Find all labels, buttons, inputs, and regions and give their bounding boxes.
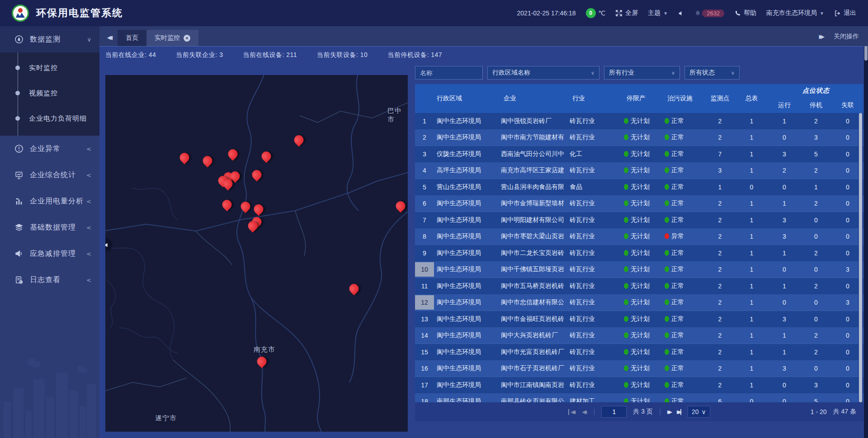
next-page-button[interactable]: ▶▶	[667, 409, 672, 415]
cell-region: 南部生态环境局	[434, 397, 501, 402]
table-row[interactable]: 13阆中生态环境局阆中市金福旺页岩机砖砖瓦行业无计划正常21300	[415, 311, 863, 328]
logout-button[interactable]: 退出	[834, 9, 856, 17]
cell-monitor-points: 3	[705, 167, 735, 174]
cell-region: 阆中生态环境局	[434, 364, 501, 372]
stats-board-icon	[14, 170, 24, 179]
sidebar-item-label: 基础数据管理	[30, 223, 86, 232]
table-row[interactable]: 4高坪生态环境局南充市高坪区王家店建砖瓦行业无计划正常31220	[415, 163, 863, 179]
cell-total-meters: 1	[735, 118, 769, 125]
cell-total-meters: 1	[735, 217, 769, 224]
fullscreen-button[interactable]: 全屏	[615, 9, 638, 17]
prev-page-button[interactable]: ◀◀	[582, 409, 587, 415]
status-dot-green	[665, 349, 669, 355]
status-item-3: 当前失联设备: 10	[317, 51, 368, 59]
bar-chart-icon	[14, 197, 24, 206]
notifications-button[interactable]: 2632	[694, 9, 724, 17]
status-filter-select[interactable]: 所有状态 ∨	[684, 66, 740, 80]
table-row[interactable]: 5营山生态环境局营山县润丰肉食品有限食品无计划正常10010	[415, 179, 863, 196]
table-row[interactable]: 16阆中生态环境局阆中市石子页岩机砖厂砖瓦行业无计划正常21300	[415, 361, 863, 377]
cell-total-meters: 1	[735, 299, 769, 306]
tab-active-1[interactable]: 实时监控×	[146, 30, 198, 46]
table-row[interactable]: 17阆中生态环境局阆中市江南镇阆南页岩砖瓦行业无计划正常21030	[415, 377, 863, 394]
cell-production-status: 无计划	[624, 249, 665, 257]
map-panel[interactable]: 巴中市南充市遂宁市 ◀	[105, 75, 408, 432]
window-scrollbar[interactable]	[864, 26, 868, 438]
sidebar-subitem-0-1[interactable]: 视频监控	[0, 80, 99, 106]
cell-monitor-points: 2	[705, 118, 735, 125]
page-size-select[interactable]: 20 ∨	[688, 406, 710, 418]
chevron-down-icon: ∨	[671, 70, 675, 76]
theme-menu[interactable]: 主题 ▼	[648, 9, 668, 17]
sidebar-item-5[interactable]: 应急减排管理<	[0, 240, 99, 267]
alert-circle-icon	[14, 144, 24, 153]
table-row[interactable]: 15阆中生态环境局阆中市光富页岩机砖厂砖瓦行业无计划正常21120	[415, 344, 863, 361]
name-filter-field[interactable]	[415, 66, 483, 80]
cell-row-number: 9	[415, 250, 434, 257]
last-page-button[interactable]: ▶▶	[677, 409, 681, 415]
cell-total-meters: 1	[735, 151, 769, 158]
fullscreen-label: 全屏	[625, 9, 638, 17]
status-item-1: 当前失联企业: 3	[176, 51, 223, 59]
status-dot-green	[665, 217, 669, 223]
table-row[interactable]: 6阆中生态环境局阆中市金博瑞新型墙材砖瓦行业无计划正常21120	[415, 196, 863, 212]
region-filter-select[interactable]: 行政区域名称 ∨	[487, 66, 599, 80]
name-filter-input[interactable]	[420, 69, 478, 76]
status-dot-green	[665, 382, 669, 388]
table-row[interactable]: 12阆中生态环境局阆中市忠信建材有限公砖瓦行业无计划正常21003	[415, 295, 863, 311]
close-operations-button[interactable]: 关闭操作	[834, 33, 859, 41]
first-page-button[interactable]: ◀◀	[568, 409, 576, 415]
status-dot-green	[624, 332, 628, 338]
cell-stopped: 0	[800, 316, 832, 323]
sidebar-item-2[interactable]: 企业综合统计<	[0, 162, 99, 188]
page-number-input[interactable]	[601, 406, 627, 418]
cell-stopped: 3	[800, 381, 832, 389]
status-dot-green	[624, 217, 628, 223]
range-label: 1 - 20	[811, 408, 827, 415]
table-row[interactable]: 10阆中生态环境局阆中千佛镇五郎垭页岩砖瓦行业无计划正常21003	[415, 262, 863, 278]
sidebar-item-6[interactable]: 日志查看<	[0, 267, 99, 293]
cell-monitor-points: 2	[705, 381, 735, 389]
cell-facility-status: 正常	[665, 133, 705, 141]
table-row[interactable]: 18南部生态环境局南部县砖化页岩有限公建材加工无计划正常60050	[415, 394, 863, 403]
status-value: 10	[360, 51, 368, 58]
tab-0[interactable]: 首页	[118, 30, 146, 46]
cell-stopped: 5	[800, 151, 832, 158]
row-number: 13	[415, 316, 434, 323]
cell-row-number: 10	[415, 262, 434, 277]
table-row[interactable]: 7阆中生态环境局阆中明阳建材有限公司砖瓦行业无计划正常21300	[415, 212, 863, 229]
cell-total-meters: 1	[735, 365, 769, 372]
sidebar-item-4[interactable]: 基础数据管理<	[0, 214, 99, 240]
table-row[interactable]: 9阆中生态环境局阆中市二龙长宝页岩砖砖瓦行业无计划正常21120	[415, 245, 863, 262]
cell-running: 0	[769, 134, 800, 141]
table-row[interactable]: 14阆中生态环境局阆中大兴页岩机砖厂砖瓦行业无计划正常21120	[415, 328, 863, 344]
table-row[interactable]: 8阆中生态环境局阆中市枣碧大梁山页岩砖瓦行业无计划异常21300	[415, 229, 863, 245]
cell-facility-status: 正常	[665, 331, 705, 339]
sidebar-subitem-0-2[interactable]: 企业电力负荷明细	[0, 106, 99, 131]
table-row[interactable]: 2阆中生态环境局阆中市南方节能建材有砖瓦行业无计划正常21030	[415, 130, 863, 146]
table-row[interactable]: 11阆中生态环境局阆中市五马桥页岩机砖砖瓦行业无计划正常21120	[415, 278, 863, 295]
status-label: 当前停机设备:	[387, 51, 431, 58]
cell-monitor-points: 2	[705, 217, 735, 224]
cell-monitor-points: 2	[705, 266, 735, 273]
org-menu[interactable]: 南充市生态环境局 ▼	[766, 9, 824, 17]
sidebar-item-1[interactable]: 企业异常<	[0, 136, 99, 162]
tabs-scroll-left-button[interactable]: ◀◀	[99, 34, 118, 46]
help-button[interactable]: 帮助	[734, 9, 756, 17]
chevron-left-icon: <	[86, 198, 91, 205]
table-scrollbar-thumb[interactable]	[859, 113, 862, 402]
cell-production-status: 无计划	[624, 298, 665, 306]
cell-row-number: 18	[415, 398, 434, 402]
sidebar-item-0[interactable]: 数据监测∨	[0, 26, 99, 52]
sidebar-subitem-0-0[interactable]: 实时监控	[0, 55, 99, 80]
tabs-scroll-right-button[interactable]: ▶▶	[819, 33, 822, 40]
cell-facility-status: 异常	[665, 232, 705, 240]
table-scrollbar[interactable]	[859, 113, 863, 402]
status-item-2: 当前在线设备: 211	[243, 51, 297, 59]
mute-button[interactable]	[678, 10, 684, 17]
status-label: 当前在线企业:	[105, 51, 149, 58]
table-row[interactable]: 1阆中生态环境局阆中强锐页岩砖厂砖瓦行业无计划正常21120	[415, 113, 863, 130]
sidebar-item-3[interactable]: 企业用电量分析<	[0, 188, 99, 214]
tab-close-icon[interactable]: ×	[184, 35, 190, 42]
industry-filter-select[interactable]: 所有行业 ∨	[604, 66, 680, 80]
table-row[interactable]: 3仪陇生态环境局西南油气田分公司川中化工无计划正常71350	[415, 146, 863, 163]
